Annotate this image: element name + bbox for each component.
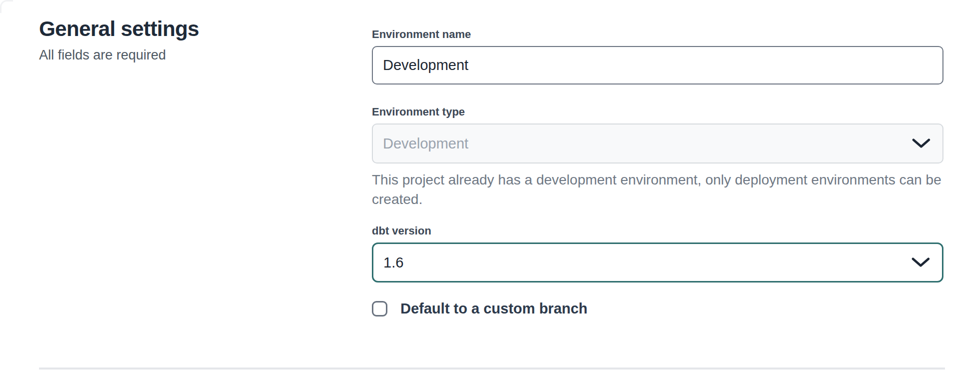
card-corner bbox=[0, 0, 13, 13]
environment-name-input[interactable] bbox=[372, 46, 943, 84]
dbt-version-label: dbt version bbox=[372, 224, 943, 238]
settings-form: Environment name Environment type Develo… bbox=[372, 28, 943, 317]
section-header: General settings All fields are required bbox=[39, 17, 199, 63]
environment-type-label: Environment type bbox=[372, 106, 943, 118]
custom-branch-row: Default to a custom branch bbox=[372, 300, 943, 317]
chevron-down-icon bbox=[911, 258, 930, 268]
custom-branch-label[interactable]: Default to a custom branch bbox=[400, 300, 588, 317]
page-title: General settings bbox=[39, 17, 199, 41]
custom-branch-checkbox[interactable] bbox=[372, 301, 387, 316]
general-settings-section: General settings All fields are required… bbox=[0, 0, 980, 370]
environment-type-helper-text: This project already has a development e… bbox=[372, 170, 962, 209]
chevron-down-icon bbox=[912, 138, 930, 149]
environment-type-select: Development bbox=[372, 124, 943, 164]
dbt-version-value: 1.6 bbox=[383, 254, 403, 271]
page-subtitle: All fields are required bbox=[39, 48, 199, 63]
dbt-version-select[interactable]: 1.6 bbox=[372, 242, 943, 282]
environment-type-value: Development bbox=[383, 136, 468, 152]
section-divider bbox=[39, 368, 945, 370]
environment-name-label: Environment name bbox=[372, 28, 943, 41]
